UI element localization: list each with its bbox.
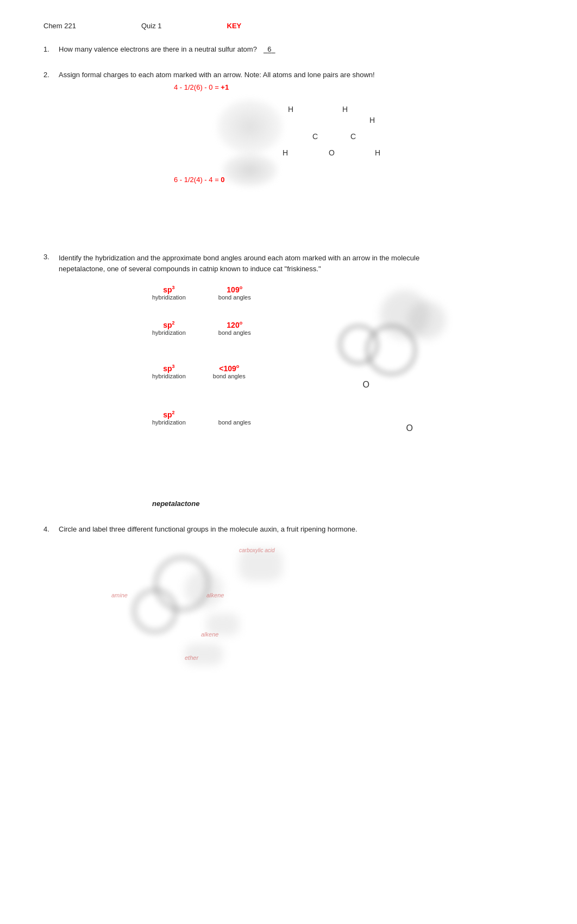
q2-molecule-area: 4 - 1/2(6) - 0 = +1 H H H C C H O H 6 - … bbox=[54, 83, 544, 235]
q1-answer: 6 bbox=[264, 45, 275, 53]
q2-arrow2-blur bbox=[223, 154, 277, 186]
q3-sp4: sp2 bbox=[163, 410, 174, 419]
q3-sp2: sp2 bbox=[163, 320, 174, 329]
q3-angle1: 109o bbox=[227, 285, 242, 294]
q3-angle3: <109o bbox=[219, 364, 239, 373]
atom-O1: O bbox=[329, 148, 335, 157]
q2-text: Assign formal charges to each atom marke… bbox=[59, 71, 375, 79]
question-1: 1. How many valence electrons are there … bbox=[43, 45, 534, 53]
mol-circle2 bbox=[407, 301, 446, 339]
q3-row2: sp2 hybridization 120o bond angles bbox=[152, 320, 251, 336]
atom-C2: C bbox=[350, 132, 356, 141]
page-header: Chem 221 Quiz 1 KEY bbox=[43, 22, 534, 30]
mol-o1: O bbox=[363, 380, 369, 390]
q2-formula1: 4 - 1/2(6) - 0 = +1 bbox=[174, 83, 229, 91]
q4-label4: alkene bbox=[201, 631, 218, 638]
course-title: Chem 221 bbox=[43, 22, 76, 30]
q2-number: 2. bbox=[43, 71, 54, 79]
q3-caption: nepetalactone bbox=[152, 500, 199, 508]
q1-number: 1. bbox=[43, 45, 54, 53]
q3-angle4-spacer: 120o bbox=[227, 410, 242, 419]
quiz-title: Quiz 1 bbox=[141, 22, 162, 30]
q4-label5: ether bbox=[185, 654, 198, 661]
q3-hyb4-label: hybridization bbox=[152, 419, 186, 426]
q4-blob2 bbox=[239, 548, 283, 581]
question-4: 4. Circle and label three different func… bbox=[43, 525, 534, 701]
mol-o2: O bbox=[406, 423, 413, 433]
q3-angle2-label: bond angles bbox=[218, 329, 251, 336]
atom-H4: H bbox=[283, 148, 288, 157]
q4-label1: amine bbox=[111, 592, 128, 598]
q3-row4: sp2 hybridization 120o bond angles bbox=[152, 410, 251, 426]
q2-formula2: 6 - 1/2(4) - 4 = 0 bbox=[174, 176, 225, 184]
q4-blob1 bbox=[185, 570, 223, 608]
question-2: 2. Assign formal charges to each atom ma… bbox=[43, 71, 534, 235]
q2-arrow-blur bbox=[217, 99, 283, 154]
q1-text: How many valence electrons are there in … bbox=[59, 45, 257, 53]
atom-H3: H bbox=[369, 116, 375, 124]
q3-number: 3. bbox=[43, 253, 54, 261]
q3-diagram-area: sp3 hybridization 109o bond angles sp2 h… bbox=[54, 279, 446, 508]
q3-hyb1-label: hybridization bbox=[152, 294, 186, 301]
mol-ring2 bbox=[337, 323, 380, 366]
q4-text: Circle and label three different functio… bbox=[59, 525, 358, 533]
q3-hyb2-label: hybridization bbox=[152, 329, 186, 336]
key-label: KEY bbox=[227, 22, 242, 30]
atom-H5: H bbox=[375, 148, 380, 157]
q3-sp3: sp3 bbox=[163, 364, 174, 373]
q3-angle1-label: bond angles bbox=[218, 294, 251, 301]
q4-number: 4. bbox=[43, 525, 54, 533]
q4-label3: alkene bbox=[206, 592, 224, 598]
q3-angle3-label: bond angles bbox=[213, 373, 246, 379]
q3-hyb3-label: hybridization bbox=[152, 373, 186, 379]
q3-angle4-label: bond angles bbox=[218, 419, 251, 426]
q4-label2: carboxylic acid bbox=[239, 547, 275, 553]
q4-diagram-area: amine carboxylic acid alkene alkene ethe… bbox=[54, 538, 544, 701]
q3-sp1: sp3 bbox=[163, 285, 174, 294]
q4-ring2 bbox=[130, 586, 179, 635]
atom-H1: H bbox=[288, 105, 293, 114]
question-3: 3. Identify the hybridization and the ap… bbox=[43, 253, 534, 508]
q3-text: Identify the hybridization and the appro… bbox=[59, 253, 428, 274]
q3-row3: sp3 hybridization <109o bond angles bbox=[152, 364, 246, 379]
atom-H2: H bbox=[342, 105, 348, 114]
atom-C1: C bbox=[312, 132, 318, 141]
q3-row1: sp3 hybridization 109o bond angles bbox=[152, 285, 251, 301]
q3-angle2: 120o bbox=[227, 320, 242, 329]
